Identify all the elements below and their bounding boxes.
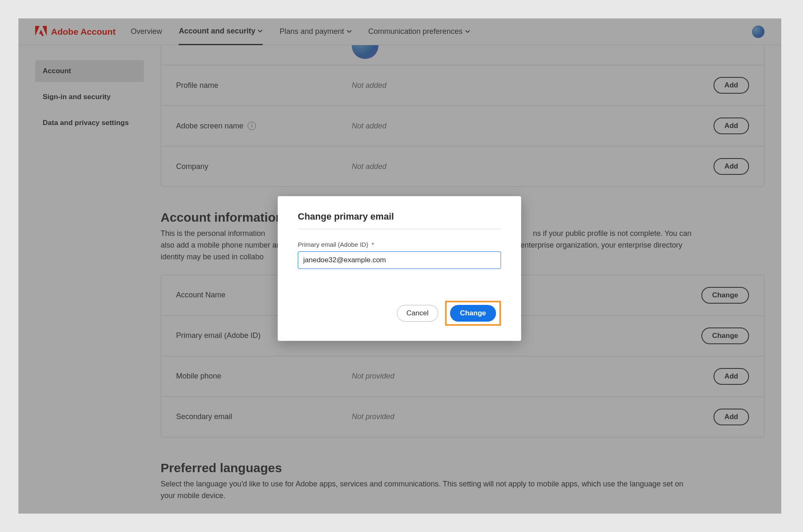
highlight-frame: Change xyxy=(445,301,501,326)
page-frame: Adobe Account Overview Account and secur… xyxy=(18,18,781,514)
change-button[interactable]: Change xyxy=(450,305,496,322)
field-label: Primary email (Adobe ID) * xyxy=(298,241,501,248)
cancel-button[interactable]: Cancel xyxy=(397,305,438,322)
modal-title: Change primary email xyxy=(298,211,501,222)
primary-email-input[interactable] xyxy=(298,251,501,269)
modal-divider xyxy=(298,229,501,229)
required-star-icon: * xyxy=(372,241,374,248)
modal-actions: Cancel Change xyxy=(298,301,501,326)
field-label-text: Primary email (Adobe ID) xyxy=(298,241,368,248)
change-email-modal: Change primary email Primary email (Adob… xyxy=(278,196,521,341)
